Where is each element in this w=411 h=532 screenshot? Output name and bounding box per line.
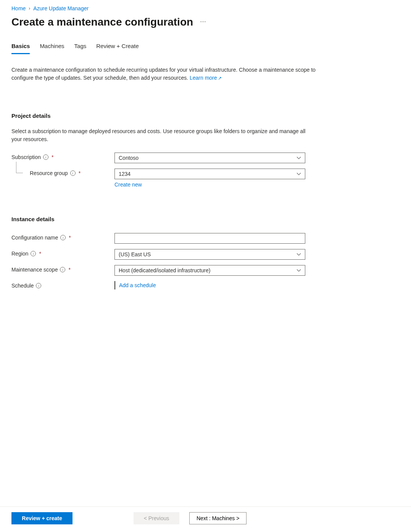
info-icon[interactable]: i: [60, 267, 65, 272]
info-icon[interactable]: i: [43, 154, 48, 160]
review-create-button[interactable]: Review + create: [11, 512, 73, 524]
resource-group-select[interactable]: 1234: [114, 169, 305, 179]
section-instance-details: Instance details Configuration name i * …: [11, 216, 400, 297]
required-indicator: *: [68, 267, 70, 273]
breadcrumb-parent[interactable]: Azure Update Manager: [33, 5, 89, 11]
tab-machines[interactable]: Machines: [40, 43, 64, 54]
info-icon[interactable]: i: [36, 283, 41, 288]
chevron-down-icon: [297, 253, 301, 256]
project-details-title: Project details: [11, 113, 400, 119]
required-indicator: *: [69, 235, 71, 241]
tab-basics[interactable]: Basics: [11, 43, 30, 54]
required-indicator: *: [52, 154, 53, 160]
add-schedule-link[interactable]: Add a schedule: [119, 282, 156, 288]
chevron-right-icon: ›: [29, 6, 30, 11]
tabs: Basics Machines Tags Review + Create: [11, 43, 400, 55]
config-name-label: Configuration name i *: [11, 233, 114, 241]
region-label: Region i *: [11, 249, 114, 257]
region-select[interactable]: (US) East US: [114, 249, 305, 260]
required-indicator: *: [39, 251, 41, 257]
create-new-link[interactable]: Create new: [114, 182, 142, 188]
breadcrumb: Home › Azure Update Manager: [11, 5, 400, 11]
chevron-down-icon: [297, 156, 301, 159]
intro-text: Create a maintenance configuration to sc…: [11, 66, 317, 82]
external-link-icon: ↗: [218, 75, 222, 82]
tab-review[interactable]: Review + Create: [96, 43, 139, 54]
next-button[interactable]: Next : Machines >: [189, 512, 247, 524]
breadcrumb-home[interactable]: Home: [11, 5, 26, 11]
info-icon[interactable]: i: [60, 235, 66, 240]
page-title: Create a maintenance configuration: [11, 16, 193, 28]
maintenance-scope-select[interactable]: Host (dedicated/isolated infrastructure): [114, 265, 305, 276]
resource-group-label: Resource group i *: [11, 169, 114, 176]
chevron-down-icon: [297, 172, 301, 175]
chevron-down-icon: [297, 269, 301, 272]
info-icon[interactable]: i: [70, 170, 76, 176]
maintenance-scope-label: Maintenance scope i *: [11, 265, 114, 273]
schedule-label: Schedule i: [11, 281, 114, 289]
section-project-details: Project details Select a subscription to…: [11, 113, 400, 193]
project-details-desc: Select a subscription to manage deployed…: [11, 127, 309, 143]
config-name-input[interactable]: [114, 233, 305, 244]
subscription-select[interactable]: Contoso: [114, 153, 305, 163]
instance-details-title: Instance details: [11, 216, 400, 222]
required-indicator: *: [79, 170, 81, 176]
learn-more-link[interactable]: Learn more↗: [190, 75, 222, 81]
subscription-label: Subscription i *: [11, 153, 114, 160]
more-icon[interactable]: ⋯: [200, 18, 207, 27]
info-icon[interactable]: i: [31, 251, 36, 256]
tab-tags[interactable]: Tags: [74, 43, 87, 54]
footer: Review + create < Previous Next : Machin…: [0, 506, 411, 532]
previous-button: < Previous: [134, 512, 179, 524]
